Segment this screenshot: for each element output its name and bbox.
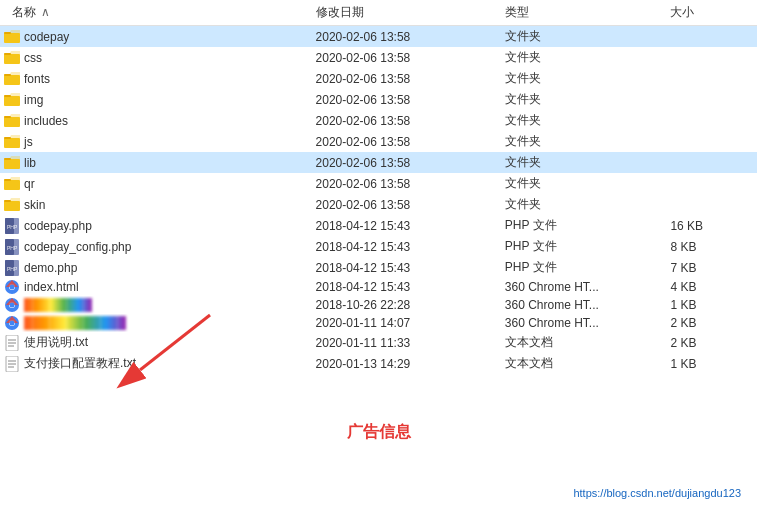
svg-rect-2 bbox=[4, 54, 20, 64]
table-row[interactable]: ████████ 2018-10-26 22:28 360 Chrome HT.… bbox=[0, 296, 757, 314]
chrome-icon bbox=[4, 279, 20, 295]
file-type: PHP 文件 bbox=[497, 236, 663, 257]
table-row[interactable]: index.html 2018-04-12 15:43 360 Chrome H… bbox=[0, 278, 757, 296]
svg-rect-7 bbox=[4, 95, 11, 97]
table-row[interactable]: img 2020-02-06 13:58 文件夹 bbox=[0, 89, 757, 110]
table-row[interactable]: qr 2020-02-06 13:58 文件夹 bbox=[0, 173, 757, 194]
table-row[interactable]: codepay 2020-02-06 13:58 文件夹 bbox=[0, 26, 757, 48]
file-name: qr bbox=[24, 177, 35, 191]
watermark-text: https://blog.csdn.net/dujiangdu123 bbox=[573, 487, 741, 499]
table-row[interactable]: PHP demo.php 2018-04-12 15:43 PHP 文件 7 K… bbox=[0, 257, 757, 278]
file-date: 2020-02-06 13:58 bbox=[308, 173, 497, 194]
table-row[interactable]: css 2020-02-06 13:58 文件夹 bbox=[0, 47, 757, 68]
file-size bbox=[662, 173, 757, 194]
file-name: 支付接口配置教程.txt bbox=[24, 355, 136, 372]
folder-icon bbox=[4, 93, 20, 107]
file-date: 2018-04-12 15:43 bbox=[308, 278, 497, 296]
file-name: fonts bbox=[24, 72, 50, 86]
file-date: 2018-04-12 15:43 bbox=[308, 215, 497, 236]
file-date: 2020-02-06 13:58 bbox=[308, 110, 497, 131]
file-type: 文件夹 bbox=[497, 194, 663, 215]
file-date: 2020-02-06 13:58 bbox=[308, 26, 497, 48]
folder-icon bbox=[4, 114, 20, 128]
file-type: 文件夹 bbox=[497, 173, 663, 194]
file-date: 2020-02-06 13:58 bbox=[308, 131, 497, 152]
folder-icon bbox=[4, 177, 20, 191]
file-size: 2 KB bbox=[662, 332, 757, 353]
ad-text: 广告信息 bbox=[347, 422, 411, 443]
col-name[interactable]: 名称 ∧ bbox=[0, 0, 308, 26]
table-row[interactable]: PHP codepay.php 2018-04-12 15:43 PHP 文件 … bbox=[0, 215, 757, 236]
file-type: 文本文档 bbox=[497, 353, 663, 374]
file-size: 7 KB bbox=[662, 257, 757, 278]
file-date: 2020-02-06 13:58 bbox=[308, 152, 497, 173]
file-size: 16 KB bbox=[662, 215, 757, 236]
file-size bbox=[662, 47, 757, 68]
file-name: js bbox=[24, 135, 33, 149]
table-row[interactable]: skin 2020-02-06 13:58 文件夹 bbox=[0, 194, 757, 215]
table-header: 名称 ∧ 修改日期 类型 大小 bbox=[0, 0, 757, 26]
file-size bbox=[662, 89, 757, 110]
file-date: 2020-02-06 13:58 bbox=[308, 68, 497, 89]
folder-icon bbox=[4, 156, 20, 170]
file-name: ████████ bbox=[24, 298, 92, 312]
svg-text:PHP: PHP bbox=[7, 245, 18, 251]
svg-point-35 bbox=[10, 321, 15, 326]
folder-icon bbox=[4, 135, 20, 149]
svg-rect-9 bbox=[4, 116, 11, 118]
txt-icon bbox=[4, 335, 20, 351]
chrome-icon bbox=[4, 315, 20, 331]
svg-rect-17 bbox=[4, 200, 11, 202]
file-size bbox=[662, 131, 757, 152]
col-size[interactable]: 大小 bbox=[662, 0, 757, 26]
file-size: 1 KB bbox=[662, 353, 757, 374]
file-type: 文件夹 bbox=[497, 110, 663, 131]
table-row[interactable]: 支付接口配置教程.txt 2020-01-13 14:29 文本文档 1 KB bbox=[0, 353, 757, 374]
file-name: demo.php bbox=[24, 261, 77, 275]
file-date: 2018-10-26 22:28 bbox=[308, 296, 497, 314]
file-size: 2 KB bbox=[662, 314, 757, 332]
file-size: 8 KB bbox=[662, 236, 757, 257]
file-type: 文本文档 bbox=[497, 332, 663, 353]
file-size bbox=[662, 26, 757, 48]
col-type[interactable]: 类型 bbox=[497, 0, 663, 26]
file-size bbox=[662, 110, 757, 131]
table-row[interactable]: PHP codepay_config.php 2018-04-12 15:43 … bbox=[0, 236, 757, 257]
svg-rect-10 bbox=[4, 138, 20, 148]
file-type: 文件夹 bbox=[497, 47, 663, 68]
folder-icon bbox=[4, 72, 20, 86]
folder-icon bbox=[4, 30, 20, 44]
file-size: 1 KB bbox=[662, 296, 757, 314]
folder-icon bbox=[4, 198, 20, 212]
col-date[interactable]: 修改日期 bbox=[308, 0, 497, 26]
table-row[interactable]: js 2020-02-06 13:58 文件夹 bbox=[0, 131, 757, 152]
php-icon: PHP bbox=[4, 260, 20, 276]
file-size: 4 KB bbox=[662, 278, 757, 296]
file-type: 文件夹 bbox=[497, 131, 663, 152]
svg-text:PHP: PHP bbox=[7, 224, 18, 230]
file-type: 文件夹 bbox=[497, 89, 663, 110]
file-name: codepay bbox=[24, 30, 69, 44]
chrome-icon bbox=[4, 297, 20, 313]
php-icon: PHP bbox=[4, 239, 20, 255]
file-size bbox=[662, 68, 757, 89]
sort-arrow-icon: ∧ bbox=[41, 5, 50, 19]
file-name: codepay_config.php bbox=[24, 240, 131, 254]
table-row[interactable]: includes 2020-02-06 13:58 文件夹 bbox=[0, 110, 757, 131]
file-date: 2020-02-06 13:58 bbox=[308, 194, 497, 215]
file-type: 360 Chrome HT... bbox=[497, 278, 663, 296]
file-type: 文件夹 bbox=[497, 68, 663, 89]
file-type: PHP 文件 bbox=[497, 215, 663, 236]
table-row[interactable]: 使用说明.txt 2020-01-11 11:33 文本文档 2 KB bbox=[0, 332, 757, 353]
file-type: 文件夹 bbox=[497, 26, 663, 48]
table-row[interactable]: lib 2020-02-06 13:58 文件夹 bbox=[0, 152, 757, 173]
file-name: img bbox=[24, 93, 43, 107]
file-name: includes bbox=[24, 114, 68, 128]
file-name: css bbox=[24, 51, 42, 65]
table-row[interactable]: ████████████ 2020-01-11 14:07 360 Chrome… bbox=[0, 314, 757, 332]
svg-rect-14 bbox=[4, 180, 20, 190]
table-row[interactable]: fonts 2020-02-06 13:58 文件夹 bbox=[0, 68, 757, 89]
svg-rect-16 bbox=[4, 201, 20, 211]
file-name: codepay.php bbox=[24, 219, 92, 233]
file-date: 2018-04-12 15:43 bbox=[308, 236, 497, 257]
